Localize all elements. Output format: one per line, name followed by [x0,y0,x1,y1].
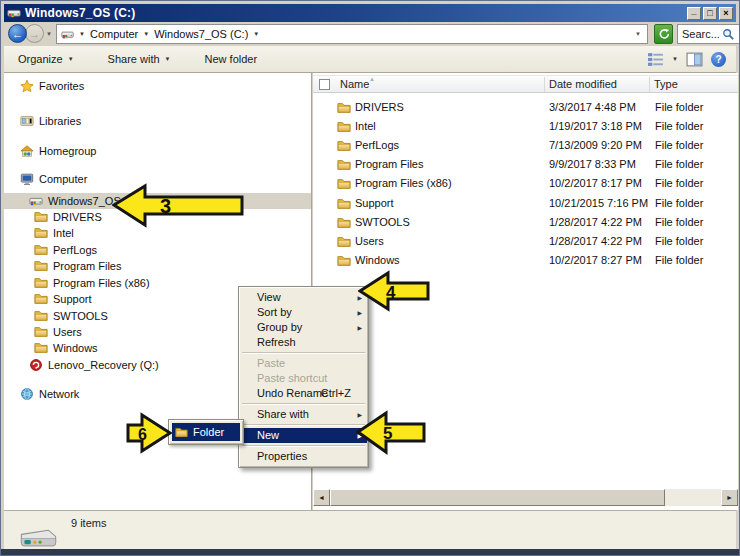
callout-number: 6 [138,426,147,443]
refresh-button[interactable] [654,24,673,44]
menu-item-paste-shortcut[interactable]: Paste shortcut [240,371,367,386]
drive-icon [29,194,43,208]
callout-arrow-6: 6 [126,412,172,454]
file-row-intel[interactable]: Intel 1/19/2017 3:18 PM File folder [313,118,738,136]
menu-separator [242,403,365,405]
tree-item-homegroup[interactable]: Homegroup [4,143,311,159]
details-pane: 9 items [4,510,736,551]
refresh-icon [657,27,671,41]
menu-separator [242,424,365,426]
file-row-drivers[interactable]: DRIVERS 3/3/2017 4:48 PM File folder [313,99,738,117]
breadcrumb-current-drive[interactable]: Windows7_OS (C:) [154,28,248,40]
callout-number: 3 [160,195,171,217]
tree-item-libraries[interactable]: Libraries [4,113,311,129]
folder-icon [337,254,351,268]
folder-icon [34,259,48,273]
horizontal-scrollbar[interactable]: ◄ ► [313,489,738,506]
column-resize-handle[interactable] [649,77,650,92]
select-all-checkbox[interactable] [319,79,330,90]
forward-button[interactable]: → [25,24,44,43]
chevron-down-icon: ▼ [68,56,74,62]
folder-icon [337,139,351,153]
menu-shortcut: Ctrl+Z [321,386,351,401]
share-with-button[interactable]: Share with ▼ [102,49,177,69]
drive-icon [61,28,74,41]
folder-icon [34,292,48,306]
folder-icon [34,341,48,355]
file-row-users[interactable]: Users 1/28/2017 4:22 PM File folder [313,233,738,251]
address-band: ← → ▼ ▼ Computer ▼ Windows7_OS (C:) ▼ ▼ [4,22,736,46]
item-count: 9 items [71,517,106,529]
menu-item-new[interactable]: New ▶ [240,428,367,443]
organize-button[interactable]: Organize ▼ [12,49,80,69]
folder-icon [175,426,188,439]
scroll-right-button[interactable]: ► [721,489,738,506]
menu-item-group-by[interactable]: Group by ▶ [240,320,367,335]
menu-item-properties[interactable]: Properties [240,449,367,464]
close-button[interactable]: × [719,7,733,20]
change-view-icon[interactable] [647,52,664,67]
folder-icon [34,243,48,257]
menu-item-share-with[interactable]: Share with ▶ [240,407,367,422]
scroll-left-button[interactable]: ◄ [313,489,330,506]
views-dropdown-icon[interactable]: ▼ [672,56,678,62]
callout-arrow-3: 3 [112,183,245,228]
tree-item-program-files[interactable]: Program Files [4,258,311,274]
column-header-type[interactable]: Type [654,78,678,90]
menu-separator [242,352,365,354]
column-header-date-modified[interactable]: Date modified [549,78,617,90]
file-row-windows[interactable]: Windows 10/2/2017 8:27 PM File folder [313,252,738,270]
menu-item-view[interactable]: View ▶ [240,290,367,305]
menu-item-refresh[interactable]: Refresh [240,335,367,350]
help-button[interactable]: ? [711,52,726,67]
folder-icon [337,197,351,211]
menu-item-sort-by[interactable]: Sort by ▶ [240,305,367,320]
search-icon[interactable] [722,28,735,41]
folder-icon [34,276,48,290]
file-row-support[interactable]: Support 10/21/2015 7:16 PM File folder [313,195,738,213]
file-row-perflogs[interactable]: PerfLogs 7/13/2009 9:20 PM File folder [313,137,738,155]
breadcrumb-computer[interactable]: Computer [90,28,138,40]
back-button[interactable]: ← [8,24,27,43]
chevron-down-icon[interactable]: ▼ [253,31,259,37]
callout-arrow-5: 5 [356,410,427,455]
tree-item-favorites[interactable]: Favorites [4,78,311,94]
folder-icon [337,158,351,172]
submenu-arrow-icon: ▶ [357,321,362,336]
file-row-swtools[interactable]: SWTOOLS 1/28/2017 4:22 PM File folder [313,214,738,232]
scrollbar-thumb[interactable] [330,489,665,506]
minimize-button[interactable]: _ [687,7,701,20]
command-toolbar: Organize ▼ Share with ▼ New folder ▼ ? [4,46,736,73]
callout-number: 4 [386,283,396,302]
window-bottom-edge [1,549,740,555]
maximize-button[interactable]: □ [703,7,717,20]
address-history-dropdown-icon[interactable]: ▼ [635,31,643,37]
new-submenu: Folder [168,419,244,445]
star-icon [20,79,34,93]
search-box[interactable] [677,24,740,44]
folder-icon [34,210,48,224]
column-header-row: Name ▲ Date modified Type [313,75,738,93]
file-row-program-files-x86[interactable]: Program Files (x86) 10/2/2017 8:17 PM Fi… [313,175,738,193]
submenu-item-folder[interactable]: Folder [172,423,240,441]
search-input[interactable] [682,28,722,40]
recent-pages-dropdown-icon[interactable]: ▼ [46,31,52,37]
chevron-down-icon[interactable]: ▼ [143,31,149,37]
explorer-window: Windows7_OS (C:) _ □ × ← → ▼ ▼ Computer … [0,0,740,556]
callout-number: 5 [383,424,392,443]
menu-item-paste[interactable]: Paste [240,356,367,371]
address-bar[interactable]: ▼ Computer ▼ Windows7_OS (C:) ▼ ▼ [56,24,648,44]
tree-item-perflogs[interactable]: PerfLogs [4,242,311,258]
sort-ascending-icon: ▲ [369,76,375,82]
file-row-program-files[interactable]: Program Files 9/9/2017 8:33 PM File fold… [313,156,738,174]
folder-icon [34,226,48,240]
column-header-name[interactable]: Name [340,78,369,90]
window-title: Windows7_OS (C:) [25,6,135,20]
new-folder-button[interactable]: New folder [199,49,264,69]
preview-pane-icon[interactable] [686,52,703,67]
chevron-down-icon[interactable]: ▼ [79,31,85,37]
column-resize-handle[interactable] [544,77,545,92]
menu-item-undo-rename[interactable]: Undo Rename Ctrl+Z [240,386,367,401]
hard-drive-icon [17,524,59,551]
folder-icon [337,101,351,115]
